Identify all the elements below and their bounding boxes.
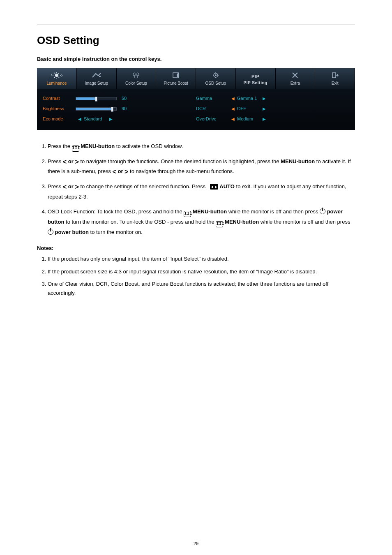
text: to change the settings of the selected f…: [79, 183, 207, 190]
pip-icon-text: PIP: [236, 73, 275, 80]
svg-line-7: [54, 77, 55, 78]
right-arrow-icon[interactable]: ▶: [260, 106, 268, 112]
osd-right-column: Gamma ◀ Gamma 1 ▶ DCR ◀ OFF ▶ OverDrive …: [196, 93, 349, 125]
text: to activate the OSD window.: [115, 143, 183, 149]
right-arrow-icon[interactable]: ▶: [107, 116, 115, 122]
osd-tab-label: Exit: [315, 80, 355, 86]
osd-row-dcr[interactable]: DCR ◀ OFF ▶: [196, 104, 349, 113]
menu-button-label: MENU-button: [281, 158, 315, 164]
power-button-icon: [320, 208, 325, 214]
osd-tab-exit[interactable]: Exit: [315, 68, 355, 89]
menu-button-label: MENU-button: [81, 143, 115, 149]
osd-left-column: Contrast 50 Brightness 90 Eco mode ◀ Sta…: [43, 93, 196, 125]
chevron-right-icon: >: [75, 184, 78, 190]
power-button-icon: [48, 229, 53, 235]
dcr-label: DCR: [196, 105, 229, 112]
osd-tab-label: Picture Boost: [156, 80, 196, 86]
auto-label: AUTO: [218, 183, 235, 190]
menu-button-label: MENU-button: [223, 219, 259, 225]
chevron-left-icon: <: [63, 184, 67, 190]
eco-label: Eco mode: [43, 116, 76, 123]
overdrive-value: Medium: [237, 116, 260, 123]
osd-tab-image-setup[interactable]: Image Setup: [77, 68, 117, 89]
osd-tab-color-setup[interactable]: Color Setup: [117, 68, 157, 89]
right-arrow-icon[interactable]: ▶: [260, 95, 268, 102]
right-arrow-icon[interactable]: ▶: [260, 116, 268, 122]
osd-setup-icon: [209, 72, 222, 79]
page-subhead: Basic and simple instruction on the cont…: [37, 55, 355, 63]
osd-tab-label: OSD Setup: [196, 80, 235, 86]
gamma-value: Gamma 1: [237, 95, 260, 102]
instruction-item-3: Press < or > to change the settings of t…: [48, 182, 355, 202]
color-setup-icon: [129, 72, 143, 79]
instruction-item-1: Press the MENU-button to activate the OS…: [48, 141, 355, 152]
text: Press: [48, 183, 63, 190]
image-setup-icon: [90, 72, 103, 79]
left-arrow-icon[interactable]: ◀: [229, 95, 237, 102]
osd-tab-extra[interactable]: Extra: [276, 68, 316, 89]
text: to turn the monitor on.: [89, 229, 143, 235]
osd-row-brightness[interactable]: Brightness 90: [43, 104, 196, 113]
notes-list: If the product has only one signal input…: [37, 254, 355, 297]
note-item-3: One of Clear vision, DCR, Color Boost, a…: [48, 280, 355, 298]
svg-line-5: [54, 73, 55, 74]
text: while the monitor is off and then press: [227, 208, 320, 215]
osd-tab-osd-setup[interactable]: OSD Setup: [196, 68, 236, 89]
dcr-value: OFF: [237, 105, 260, 112]
text: to navigate through the functions. Once …: [79, 158, 281, 164]
text: to navigate through the sub-menu functio…: [128, 168, 234, 174]
picture-boost-icon: [169, 72, 182, 79]
instruction-item-2: Press < or > to navigate through the fun…: [48, 157, 355, 177]
osd-tab-luminance[interactable]: Luminance: [37, 68, 77, 89]
osd-row-gamma[interactable]: Gamma ◀ Gamma 1 ▶: [196, 94, 349, 103]
text: Press the: [48, 143, 72, 149]
eco-value: Standard: [84, 116, 107, 123]
brightness-slider[interactable]: [76, 107, 117, 111]
menu-button-icon: [72, 146, 79, 152]
or-label: or: [116, 168, 125, 174]
svg-line-6: [58, 73, 59, 74]
chevron-left-icon: <: [63, 159, 67, 165]
osd-tab-pip-setting[interactable]: PIP PIP Setting: [236, 68, 276, 89]
auto-button-icon: [210, 184, 218, 190]
left-arrow-icon[interactable]: ◀: [76, 116, 84, 122]
menu-button-icon: [184, 211, 191, 217]
menu-button-label: MENU-button: [191, 208, 227, 215]
chevron-left-icon: <: [113, 169, 116, 175]
osd-tab-label: Image Setup: [77, 80, 116, 86]
osd-tab-picture-boost[interactable]: Picture Boost: [156, 68, 196, 89]
luminance-icon: [50, 72, 63, 79]
overdrive-label: OverDrive: [196, 116, 229, 123]
text: to turn the monitor on. To un-lock the O…: [64, 219, 216, 225]
notes-heading: Notes:: [37, 244, 355, 252]
menu-button-icon: [216, 221, 223, 227]
svg-point-15: [215, 74, 217, 76]
contrast-slider[interactable]: [76, 97, 117, 100]
or-label: or: [67, 158, 75, 164]
instruction-item-4: OSD Lock Function: To lock the OSD, pres…: [48, 207, 355, 238]
osd-row-overdrive[interactable]: OverDrive ◀ Medium ▶: [196, 115, 349, 124]
osd-tab-label: Extra: [276, 80, 315, 86]
text: OSD Lock Function: To lock the OSD, pres…: [48, 208, 184, 215]
osd-row-contrast[interactable]: Contrast 50: [43, 94, 196, 103]
or-label: or: [67, 183, 75, 190]
brightness-label: Brightness: [43, 105, 76, 112]
chevron-right-icon: >: [75, 159, 78, 165]
svg-point-0: [55, 74, 58, 77]
text: Press: [48, 158, 63, 164]
svg-line-8: [58, 77, 59, 78]
horizontal-rule: [37, 25, 355, 25]
text: while the monitor is off and then press: [259, 219, 350, 225]
page-title: OSD Setting: [37, 32, 355, 49]
osd-tab-label: Color Setup: [117, 80, 156, 86]
osd-row-eco-mode[interactable]: Eco mode ◀ Standard ▶: [43, 115, 196, 124]
left-arrow-icon[interactable]: ◀: [229, 106, 237, 112]
left-arrow-icon[interactable]: ◀: [229, 116, 237, 122]
extra-icon: [288, 72, 302, 79]
power-button-label: power button: [53, 229, 89, 235]
exit-icon: [328, 72, 341, 79]
osd-tab-label: Luminance: [37, 80, 76, 86]
brightness-value: 90: [122, 105, 127, 112]
osd-body: Contrast 50 Brightness 90 Eco mode ◀ Sta…: [37, 89, 355, 130]
contrast-value: 50: [122, 95, 127, 102]
